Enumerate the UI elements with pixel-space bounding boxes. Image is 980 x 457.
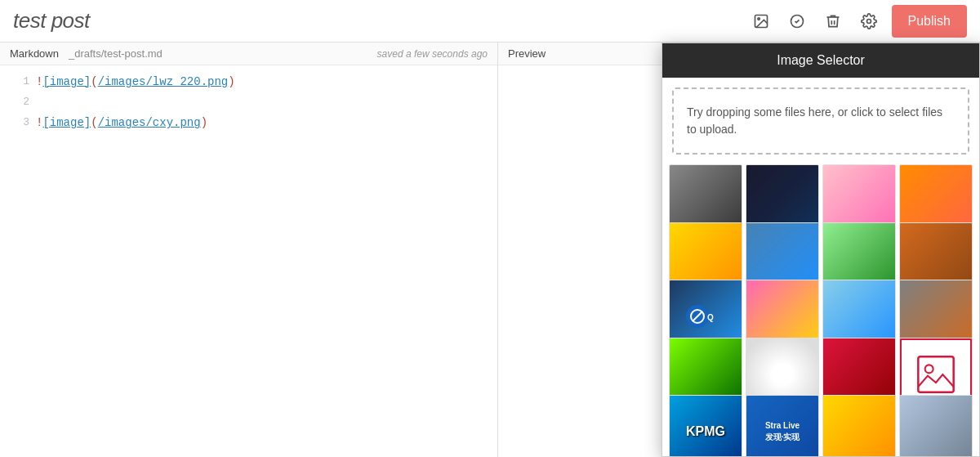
image-thumb-item[interactable]: Stra Live发现·实现 <box>746 395 819 456</box>
image-grid: QKPMGStra Live发现·实现 <box>662 164 979 456</box>
preview-label: Preview <box>508 47 546 60</box>
image-thumb-inner: KPMG <box>670 396 742 456</box>
trash-icon[interactable] <box>820 8 846 34</box>
svg-point-9 <box>925 365 933 373</box>
app-header: test post Publ <box>0 0 980 43</box>
preview-pane: Preview 2018/02/... words Image Selector… <box>498 43 980 457</box>
publish-button[interactable]: Publish <box>892 5 967 38</box>
check-circle-icon[interactable] <box>784 8 810 34</box>
editor-toolbar: Markdown _drafts/test-post.md saved a fe… <box>0 43 497 65</box>
image-thumb-inner: Stra Live发现·实现 <box>746 396 818 456</box>
editor-pane: Markdown _drafts/test-post.md saved a fe… <box>0 43 498 457</box>
editor-line: 3 ![image](/images/cxy.png) <box>0 113 497 133</box>
svg-rect-8 <box>918 356 953 392</box>
file-dropzone[interactable]: Try dropping some files here, or click t… <box>672 87 969 155</box>
image-thumb-item[interactable] <box>899 395 973 456</box>
svg-text:Q: Q <box>707 313 714 322</box>
img-link-1: [image] <box>42 75 91 88</box>
image-thumb-inner <box>823 396 895 456</box>
save-status: saved a few seconds ago <box>377 48 488 60</box>
gear-icon[interactable] <box>856 8 882 34</box>
line-number-3: 3 <box>7 113 29 132</box>
editor-line: 2 <box>0 92 497 113</box>
editor-filename: _drafts/test-post.md <box>69 47 163 60</box>
markdown-tab[interactable]: Markdown <box>10 47 59 60</box>
line-number-1: 1 <box>7 72 29 91</box>
image-thumb-inner <box>900 396 972 456</box>
svg-point-1 <box>757 17 760 19</box>
image-thumb-item[interactable]: KPMG <box>669 395 742 456</box>
image-selector-panel: Image Selector Try dropping some files h… <box>662 43 980 457</box>
page-title: test post <box>13 8 90 34</box>
img-link-3: [image] <box>42 116 91 129</box>
image-thumb-item[interactable] <box>822 395 896 456</box>
editor-content[interactable]: 1 ![image](/images/lwz_220.png) 2 3 ![im… <box>0 65 497 141</box>
editor-line: 1 ![image](/images/lwz_220.png) <box>0 72 497 92</box>
line-number-2: 2 <box>7 92 29 111</box>
image-icon[interactable] <box>748 8 774 34</box>
svg-point-3 <box>866 19 871 23</box>
image-selector-title: Image Selector <box>662 43 979 78</box>
header-actions: Publish <box>748 5 967 38</box>
editor-area: Markdown _drafts/test-post.md saved a fe… <box>0 43 980 457</box>
